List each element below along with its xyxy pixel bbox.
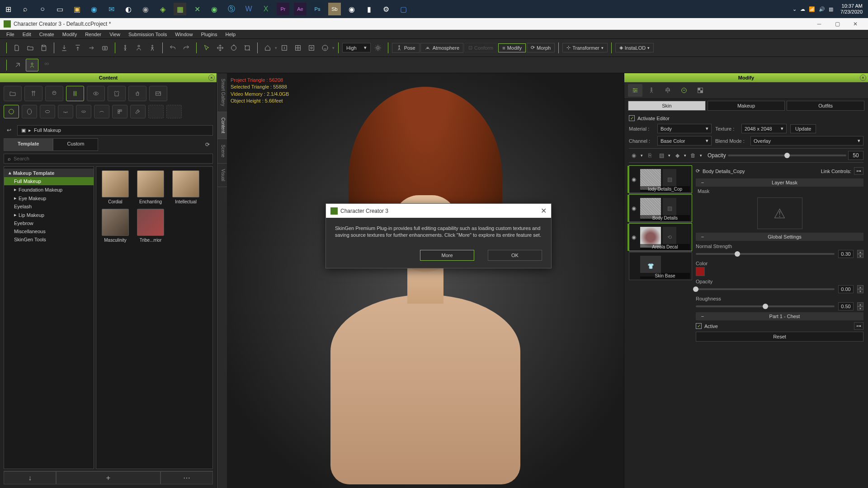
mode-skin-icon[interactable] [677,84,691,97]
tree-root[interactable]: ▴Makeup Template [4,169,94,177]
roughness-value[interactable]: 0.50 [838,302,854,310]
mask-preview[interactable]: ⚠ [757,197,802,229]
tab-template[interactable]: Template [4,138,53,151]
word-icon[interactable]: W [242,3,255,15]
layer-skin-base[interactable]: 👕 Skin Base [629,252,692,280]
morph-button[interactable]: ⟳Morph [527,43,555,52]
activate-editor-checkbox[interactable]: ✓Activate Editor [629,115,863,121]
tray-chevron-icon[interactable]: ⌄ [793,6,797,12]
select-icon[interactable] [200,42,213,54]
zoom-icon[interactable]: ▢ [397,3,410,15]
layer-areola-decal[interactable]: ◉ ⟲ Areola Decal [629,223,692,251]
sub-eye-icon[interactable] [40,105,55,118]
camera-icon[interactable] [99,42,111,54]
opacity-slider[interactable] [728,155,846,156]
normal-strength-slider[interactable] [696,253,835,255]
channel-select[interactable]: Base Color▾ [657,136,712,145]
update-button[interactable]: Update [790,124,816,133]
tray-cloud-icon[interactable]: ☁ [800,6,805,12]
refresh-icon[interactable]: ⟳ [202,138,213,151]
app-icon[interactable]: ◈ [156,3,169,15]
trash-icon[interactable]: 🗑 [688,150,698,160]
down-button[interactable]: ↓ [4,471,56,484]
breadcrumb[interactable]: ▣ ▸ Full Makeup [17,125,213,136]
opacity2-value[interactable]: 0.00 [838,285,854,293]
mode-checker-icon[interactable] [693,84,708,97]
layer-body-details-copy[interactable]: ◉ ▤ Iody Details_Cop [629,165,692,193]
search-input[interactable]: ⌕ Search [4,154,213,164]
cat-scene-icon[interactable] [149,86,167,101]
dialog-titlebar[interactable]: Character Creator 3 ✕ [326,204,551,218]
app4-icon[interactable]: ◉ [345,3,358,15]
menu-modify[interactable]: Modify [59,31,80,38]
explorer-icon[interactable]: ▣ [71,3,83,15]
active-checkbox[interactable]: ✓Active ⊶ [696,322,863,330]
sub-empty1[interactable] [148,105,164,118]
cat-skin-icon[interactable] [66,86,84,101]
taskview-icon[interactable]: ▭ [53,3,66,15]
sub-mask-icon[interactable] [22,105,37,118]
tab-outfits[interactable]: Outfits [787,101,864,111]
back-icon[interactable]: ↩ [4,124,14,136]
tray-battery-icon[interactable]: ▥ [829,6,833,12]
modify-button[interactable]: ≡Modify [498,43,526,52]
skype-icon[interactable]: Ⓢ [225,3,238,15]
layer-vis-icon[interactable]: ◉ [629,205,638,211]
3d-viewport[interactable]: Project Triangle : 56208 Selected Triang… [227,73,624,488]
grid3-icon[interactable] [305,42,318,54]
normal-value[interactable]: 0.30 [838,250,854,258]
visibility-icon[interactable]: ◉ [629,150,639,160]
sub-lash-icon[interactable] [58,105,73,118]
tray-wifi-icon[interactable]: 📶 [809,6,815,12]
layer-vis-icon[interactable]: ◉ [629,234,638,240]
refresh-icon[interactable]: ⟳ [696,168,700,174]
cortana-icon[interactable]: ○ [36,3,49,15]
undo-icon[interactable] [166,42,179,54]
start-button[interactable]: ⊞ [2,3,14,15]
tool-c-icon[interactable] [40,59,53,71]
tree-eye-makeup[interactable]: ▸Eye Makeup [4,194,94,202]
new-icon[interactable] [10,42,23,54]
menu-help[interactable]: Help [222,31,239,38]
modify-close-icon[interactable]: × [860,75,866,81]
normal-stepper[interactable]: ▲▼ [857,250,863,258]
mode-pose-icon[interactable] [644,84,659,97]
open-icon[interactable] [24,42,37,54]
cat-eye-icon[interactable] [87,86,105,101]
menu-create[interactable]: Create [36,31,58,38]
tool-a-icon[interactable] [11,59,24,71]
save-icon[interactable] [38,42,50,54]
mail-icon[interactable]: ✉ [105,3,118,15]
tab-skin[interactable]: Skin [628,101,706,111]
settings-icon[interactable]: ⚙ [380,3,392,15]
mode-sliders-icon[interactable] [628,84,642,97]
thumb-cordial[interactable]: Cordial [100,170,131,204]
thumb-tribe[interactable]: Tribe...rrior [135,209,166,243]
roughness-stepper[interactable]: ▲▼ [857,302,863,310]
section-part1[interactable]: −Part 1 - Chest [696,312,863,320]
layer-vis-icon[interactable]: ◉ [629,176,638,183]
search-icon[interactable]: ⌕ [19,3,32,15]
sub-tool-icon[interactable] [130,105,146,118]
figure1-icon[interactable] [119,42,132,54]
tab-makeup[interactable]: Makeup [708,101,785,111]
section-global-settings[interactable]: −Global Settings [696,233,863,241]
grid1-icon[interactable] [278,42,291,54]
tree-skingen[interactable]: SkinGen Tools [4,235,94,244]
cat-shirt-icon[interactable] [108,86,126,101]
steam-icon[interactable]: ◉ [139,3,152,15]
texture-select[interactable]: 2048 x 2048▾ [741,124,787,133]
layer-body-details[interactable]: ◉ ▤ Body Details [629,194,692,222]
menu-window[interactable]: Window [171,31,196,38]
app5-icon[interactable]: ▮ [363,3,375,15]
figure3-icon[interactable] [146,42,159,54]
menu-edit[interactable]: Edit [19,31,35,38]
thumb-enchanting[interactable]: Enchanting [135,170,166,204]
ps-icon[interactable]: Ps [311,3,324,15]
transformer-button[interactable]: ⊹Transformer▾ [562,43,608,52]
tool-b-icon[interactable] [26,59,38,71]
thumb-intellectual[interactable]: Intellectual [170,170,201,204]
figure2-icon[interactable] [132,42,145,54]
pose-button[interactable]: Pose [392,43,420,53]
sub-face-icon[interactable] [4,105,19,118]
